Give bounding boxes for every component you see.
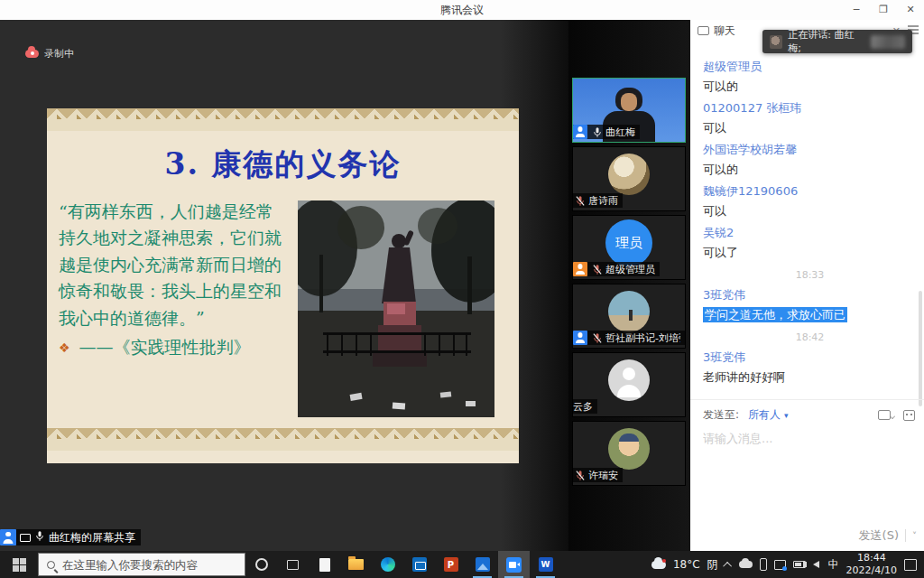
chat-panel: 聊天 ⋯ ✕ 超级管理员可以的01200127 张桓玮可以外国语学校胡若馨可以的… [690, 20, 924, 551]
onedrive-icon[interactable] [739, 561, 753, 568]
taskbar-app-edge[interactable] [372, 551, 403, 578]
search-input[interactable] [62, 558, 225, 572]
taskbar-clock[interactable]: 18:44 2022/4/10 [846, 552, 897, 577]
taskbar-app-file-explorer[interactable] [340, 551, 372, 578]
quote-line: 惊奇和敬畏：我头上的星空和 [59, 278, 316, 304]
mic-muted-icon [575, 195, 586, 207]
windows-logo-icon [13, 558, 26, 572]
message-text[interactable]: 可以了 [703, 246, 917, 260]
emoji-icon[interactable] [903, 410, 915, 421]
ime-indicator[interactable]: 中 [828, 557, 839, 573]
snip-tool-icon[interactable] [774, 560, 786, 570]
recording-indicator: 录制中 [25, 47, 74, 61]
chat-scrollbar[interactable] [919, 291, 922, 406]
chat-message: 吴锐2可以了 [703, 226, 917, 260]
attribution-text: ——《实践理性批判》 [79, 336, 251, 359]
participant-avatar [608, 428, 650, 470]
message-text[interactable]: 可以 [703, 121, 917, 135]
message-text[interactable]: 可以的 [703, 163, 917, 177]
search-icon [47, 561, 55, 569]
slide-border-ornament-top [47, 108, 519, 131]
message-sender: 外国语学校胡若馨 [703, 143, 917, 157]
minimize-button[interactable]: ─ [843, 0, 870, 20]
taskbar-app-document[interactable] [309, 551, 340, 578]
speaking-toast: 正在讲话: 曲红梅; [762, 30, 912, 53]
participant-tile[interactable]: 唐诗雨 [572, 146, 686, 211]
participant-avatar [608, 291, 650, 332]
weather-condition[interactable]: 阴 [707, 557, 718, 573]
chat-bubble-icon [698, 26, 709, 35]
chat-message: .真的好好，好清晰 [703, 392, 917, 399]
tray-expand-chevron-icon[interactable] [723, 561, 732, 570]
send-options-chevron-icon[interactable]: ˅ [912, 531, 917, 541]
file-explorer-icon [348, 559, 364, 570]
message-sender: 吴锐2 [703, 226, 917, 240]
clock-time: 18:44 [846, 552, 897, 564]
chat-message: 魏镜伊12190606可以 [703, 184, 917, 219]
chat-message: 3班党伟学问之道无他，求放心而已 [703, 288, 917, 322]
participant-tile[interactable]: 曲红梅 [572, 78, 686, 143]
presentation-slide: 3. 康德的义务论 “有两样东西，人们越是经常 持久地对之凝神思索，它们就 越是… [47, 108, 519, 463]
taskbar-search[interactable] [38, 553, 245, 576]
participant-name: 云多 [573, 400, 593, 414]
blurred-names [871, 35, 905, 49]
taskbar-app-photos[interactable] [467, 551, 498, 578]
clock-date: 2022/4/10 [846, 564, 897, 577]
chat-message-input[interactable] [703, 432, 915, 445]
participant-tile[interactable]: 理员超级管理员 [572, 215, 686, 280]
taskbar-app-icons [245, 551, 561, 578]
message-sender: 3班党伟 [703, 288, 917, 303]
participant-namebar: 超级管理员 [573, 262, 660, 276]
message-text[interactable]: 老师讲的好好啊 [703, 370, 917, 385]
speaker-icon[interactable] [813, 561, 819, 568]
send-button[interactable]: 发送(S) ˅ [859, 527, 917, 544]
member-badge-icon [573, 331, 587, 345]
participant-name: 超级管理员 [605, 263, 655, 276]
close-button[interactable]: ✕ [897, 0, 924, 20]
participant-tile[interactable]: 云多 [572, 352, 686, 417]
avatar-text: 理员 [615, 235, 642, 252]
taskbar-app-mail[interactable] [403, 551, 435, 578]
chevron-down-icon: ▾ [784, 411, 789, 420]
photos-icon [476, 557, 490, 572]
recording-cloud-icon [25, 50, 39, 58]
taskbar-app-cortana[interactable] [245, 551, 277, 578]
message-text[interactable]: 可以的 [703, 79, 917, 94]
participant-avatar [608, 154, 650, 195]
action-center-icon[interactable] [904, 559, 917, 571]
message-text[interactable]: 可以 [703, 204, 917, 219]
mic-icon [592, 126, 603, 138]
taskbar-app-powerpoint[interactable] [435, 551, 467, 578]
participant-tile[interactable]: 许瑞安 [572, 421, 686, 486]
slide-title: 3. 康德的义务论 [47, 144, 519, 185]
screenshot-icon[interactable] [878, 410, 891, 420]
taskbar-app-word[interactable] [530, 551, 561, 578]
weather-icon[interactable] [651, 561, 666, 569]
presenter-badge-icon [0, 529, 16, 545]
speaker-avatar [770, 35, 782, 49]
chat-message: 3班党伟老师讲的好好啊 [703, 350, 917, 385]
participant-name: 许瑞安 [588, 469, 618, 482]
message-sender: 超级管理员 [703, 60, 917, 74]
participant-tile[interactable]: 哲社副书记-刘培强 [572, 284, 686, 349]
diamond-bullet-icon: ❖ [59, 340, 70, 355]
weather-temp[interactable]: 18°C [673, 558, 700, 571]
start-button[interactable] [0, 551, 38, 578]
kant-statue-photo [298, 200, 494, 417]
participant-namebar: 云多 [573, 399, 597, 414]
taskbar-app-tencent-meeting[interactable] [498, 551, 530, 578]
speaking-toast-text: 正在讲话: 曲红梅; [788, 28, 864, 55]
tencent-meeting-icon [506, 557, 522, 573]
share-badge-label: 曲红梅的屏幕共享 [49, 530, 135, 545]
chat-message: 超级管理员可以的 [703, 60, 917, 94]
message-sender: 3班党伟 [703, 350, 917, 365]
participant-avatar [608, 359, 650, 401]
chat-timestamp: 18:42 [703, 331, 917, 343]
quote-line: 越是使内心充满常新而日增的 [59, 252, 316, 278]
send-to-selector[interactable]: 所有人 ▾ [748, 407, 788, 423]
taskbar-app-task-view[interactable] [277, 551, 309, 578]
chat-title: 聊天 [714, 23, 735, 39]
maximize-button[interactable]: ❐ [870, 0, 897, 20]
phone-icon[interactable] [760, 558, 767, 571]
message-text-selected[interactable]: 学问之道无他，求放心而已 [703, 307, 847, 322]
